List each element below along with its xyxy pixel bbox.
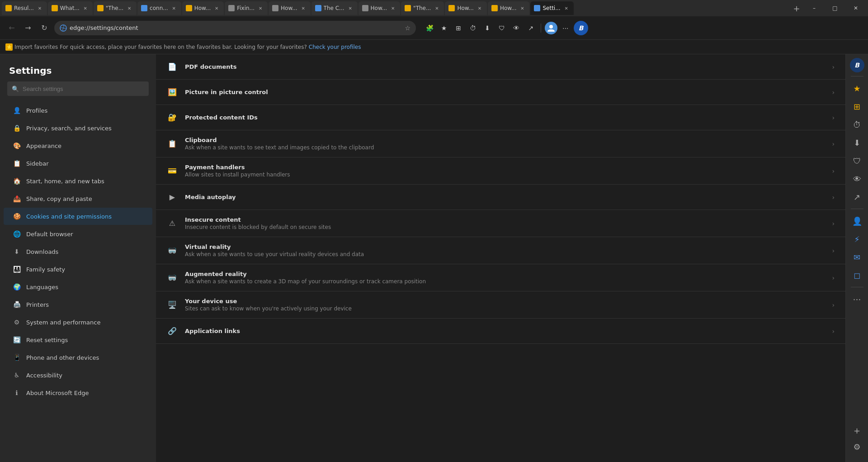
tab-close-t6[interactable]: ✕ [257,5,264,12]
profile-panel-icon[interactable]: 👤 [849,213,865,229]
sidebar-item-reset[interactable]: 🔄 Reset settings [4,331,152,348]
settings-item-clipboard[interactable]: 📋 Clipboard Ask when a site wants to see… [156,130,845,157]
check-profiles-link[interactable]: Check your profiles [309,44,361,50]
bing-button[interactable]: B [574,21,588,35]
tab-close-t3[interactable]: ✕ [126,5,133,12]
tab-t13[interactable]: Setti... ✕ [530,1,573,15]
nav-icon-share: 📤 [13,195,21,203]
profile-button[interactable] [545,22,557,34]
item-content-payment-handlers: Payment handlers Allow sites to install … [185,164,825,178]
security-button[interactable]: 🛡 [495,22,508,34]
sidebar-item-phone[interactable]: 📱 Phone and other devices [4,349,152,366]
back-button[interactable]: ← [5,22,18,34]
collections-panel-icon[interactable]: ⊞ [849,98,865,114]
sidebar-item-downloads[interactable]: ⬇️ Downloads [4,243,152,260]
tab-close-t10[interactable]: ✕ [433,5,440,12]
sidebar-item-printers[interactable]: 🖨️ Printers [4,296,152,313]
sidebar-item-sidebar-nav[interactable]: 📋 Sidebar [4,155,152,172]
sidebar-item-start-home[interactable]: 🏠 Start, home, and new tabs [4,172,152,190]
extensions-button[interactable]: 🧩 [423,22,436,34]
sidebar-item-default-browser[interactable]: 🌐 Default browser [4,225,152,243]
settings-item-augmented-reality[interactable]: 🥽 Augmented reality Ask when a site want… [156,264,845,291]
sidebar-item-appearance[interactable]: 🎨 Appearance [4,137,152,154]
tab-t4[interactable]: conn... ✕ [137,1,181,15]
downloads-button[interactable]: ⬇ [481,22,494,34]
tab-t8[interactable]: The C... ✕ [311,1,358,15]
tab-t10[interactable]: "The... ✕ [401,1,444,15]
tab-close-t1[interactable]: ✕ [36,5,43,12]
tab-t2[interactable]: What... ✕ [48,1,93,15]
sidebar-item-share[interactable]: 📤 Share, copy and paste [4,190,152,207]
tab-t3[interactable]: "The... ✕ [94,1,137,15]
sidebar-item-privacy[interactable]: 🔒 Privacy, search, and services [4,119,152,137]
settings-item-pdf[interactable]: 📄 PDF documents › [156,54,845,80]
favorites-button[interactable]: ★ [438,22,450,34]
forward-button[interactable]: → [22,22,34,34]
nav-icon-sidebar-nav: 📋 [13,159,21,167]
item-icon-augmented-reality: 🥽 [167,272,178,283]
sidebar-item-family[interactable]: 👨‍👩‍👧 Family safety [4,261,152,278]
extensions-panel-icon[interactable]: ⚡ [849,231,865,247]
share-panel-icon[interactable]: ↗ [849,189,865,205]
favorites-panel-icon[interactable]: ★ [849,80,865,96]
more-button[interactable]: ⋯ [559,22,572,34]
tab-close-t5[interactable]: ✕ [213,5,220,12]
downloads-panel-icon[interactable]: ⬇ [849,134,865,151]
tab-t12[interactable]: How... ✕ [488,1,530,15]
security-panel-icon[interactable]: 🛡 [849,152,865,169]
sidebar-item-cookies[interactable]: 🍪 Cookies and site permissions [4,208,152,225]
tab-close-t9[interactable]: ✕ [389,5,396,12]
maximize-button[interactable]: □ [825,0,845,16]
settings-item-payment-handlers[interactable]: 💳 Payment handlers Allow sites to instal… [156,157,845,185]
bookmark-icon[interactable]: ☆ [405,24,410,32]
tab-t11[interactable]: How... ✕ [445,1,487,15]
settings-gear-icon[interactable]: ⚙ [849,438,865,455]
settings-item-media-autoplay[interactable]: ▶️ Media autoplay › [156,185,845,210]
more-panel-icon[interactable]: ⋯ [849,291,865,307]
close-button[interactable]: ✕ [845,0,866,16]
search-input[interactable] [23,86,144,92]
share-button[interactable]: ↗ [524,22,537,34]
tab-t6[interactable]: Fixin... ✕ [225,1,268,15]
settings-item-virtual-reality[interactable]: 🥽 Virtual reality Ask when a site wants … [156,237,845,264]
bing-chat-panel-icon[interactable]: B [850,58,864,72]
sidebar-item-profiles[interactable]: 👤 Profiles [4,102,152,119]
panel-divider-2 [851,209,863,209]
tab-close-t12[interactable]: ✕ [519,5,526,12]
tab-close-t11[interactable]: ✕ [476,5,483,12]
history-panel-icon[interactable]: ⏱ [849,116,865,133]
svg-point-1 [549,25,553,29]
tracking-button[interactable]: 👁 [510,22,523,34]
tab-close-t4[interactable]: ✕ [170,5,178,12]
office-panel-icon[interactable]: ◻ [849,267,865,283]
address-input-wrap[interactable]: edge://settings/content ☆ [54,21,416,35]
sidebar-item-about[interactable]: ℹ️ About Microsoft Edge [4,384,152,401]
tab-close-t8[interactable]: ✕ [347,5,354,12]
refresh-button[interactable]: ↻ [38,22,51,34]
tab-t9[interactable]: How... ✕ [359,1,401,15]
tracking-panel-icon[interactable]: 👁 [849,171,865,187]
search-box[interactable]: 🔍 [7,81,149,96]
collections-button[interactable]: ⊞ [452,22,465,34]
tab-t5[interactable]: How... ✕ [182,1,224,15]
outlook-panel-icon[interactable]: ✉ [849,249,865,265]
add-panel-icon[interactable]: + [849,422,865,438]
settings-item-insecure-content[interactable]: ⚠️ Insecure content Insecure content is … [156,210,845,237]
tab-t7[interactable]: How... ✕ [269,1,311,15]
minimize-button[interactable]: – [804,0,825,16]
tab-t1[interactable]: Resul... ✕ [2,1,47,15]
sidebar-item-system[interactable]: ⚙️ System and performance [4,314,152,331]
new-tab-button[interactable]: + [790,2,803,14]
history-button[interactable]: ⏱ [467,22,479,34]
tab-close-t13[interactable]: ✕ [563,5,570,12]
tab-close-t2[interactable]: ✕ [82,5,89,12]
settings-item-app-links[interactable]: 🔗 Application links › [156,319,845,344]
settings-item-protected-content[interactable]: 🔐 Protected content IDs › [156,105,845,130]
sidebar-item-accessibility[interactable]: ♿ Accessibility [4,367,152,384]
window-controls: – □ ✕ [804,0,866,16]
tab-close-t7[interactable]: ✕ [300,5,307,12]
settings-item-device-use[interactable]: 🖥️ Your device use Sites can ask to know… [156,291,845,319]
settings-item-pip[interactable]: 🖼️ Picture in picture control › [156,80,845,105]
sidebar-item-languages[interactable]: 🌍 Languages [4,278,152,295]
tab-favicon-t1 [5,5,12,11]
